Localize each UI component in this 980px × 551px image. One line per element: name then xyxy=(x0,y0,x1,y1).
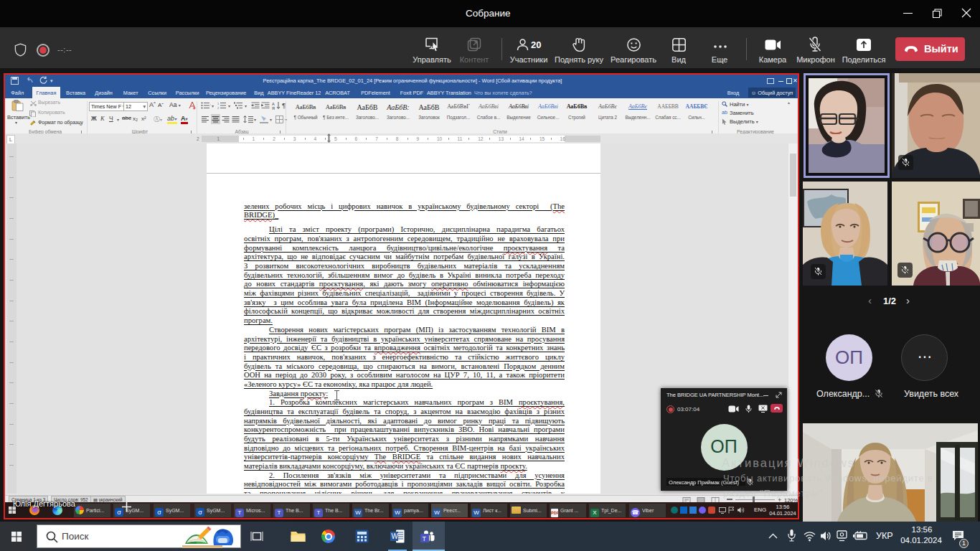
svg-text:1: 1 xyxy=(217,102,220,105)
svg-text:2: 2 xyxy=(217,106,220,109)
svg-text:T: T xyxy=(423,535,427,542)
svg-text:Я: Я xyxy=(272,105,275,110)
svg-text:W: W xyxy=(392,532,399,540)
